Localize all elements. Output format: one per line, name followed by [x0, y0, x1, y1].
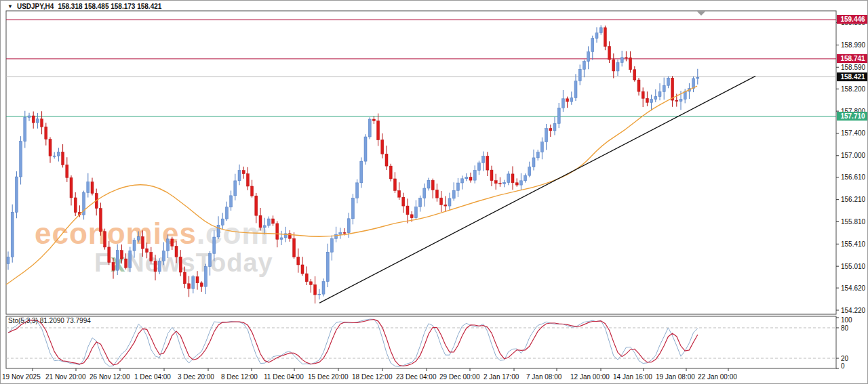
time-axis-label: 12 Jan 00:00: [570, 373, 610, 381]
time-axis-label: 29 Dec 00:00: [439, 373, 480, 381]
price-axis-label: 156.610: [841, 173, 866, 181]
price-axis-label: 158.590: [841, 64, 866, 71]
price-axis-label: 154.620: [841, 284, 866, 292]
time-axis-label: 3 Dec 20:00: [178, 373, 214, 381]
price-axis-label: 155.010: [841, 263, 866, 270]
price-axis-label: 156.210: [841, 196, 866, 203]
price-tag-support: 157.710: [837, 112, 868, 121]
symbol-timeframe-label: USDJPY,H4: [17, 3, 54, 10]
time-axis-label: 21 Nov 20:00: [45, 373, 86, 381]
stochastic-axis-label: 0: [841, 362, 845, 370]
chart-canvas[interactable]: 159.390158.990158.590158.200157.800157.4…: [1, 1, 868, 384]
chart-title-bar: ▼ USDJPY,H4 158.318 158.485 158.173 158.…: [7, 2, 161, 11]
stochastic-indicator-label: Sto(5,3,3) 81.2090 73.7994: [8, 317, 91, 324]
price-tag-resistance-lower: 158.741: [837, 54, 868, 63]
time-axis-label: 23 Dec 04:00: [396, 373, 437, 381]
time-axis-label: 19 Jan 08:00: [656, 373, 695, 381]
stochastic-axis-label: 20: [841, 355, 849, 362]
stochastic-axis: 10080200: [836, 316, 852, 370]
time-axis-label: 15 Dec 20:00: [308, 373, 349, 381]
ascending-trendline[interactable]: [319, 76, 755, 303]
price-tag-current-price: 158.421: [837, 72, 868, 81]
chart-window: economies.com FxNewsToday 159.390158.990…: [0, 0, 868, 384]
time-axis-label: 26 Nov 12:00: [90, 373, 130, 381]
price-axis-label: 155.810: [841, 218, 866, 226]
stochastic-layer: [6, 319, 836, 366]
price-axis-label: 158.990: [841, 41, 866, 49]
price-axis-label: 155.410: [841, 240, 866, 248]
time-axis-label: 8 Dec 12:00: [221, 373, 258, 381]
symbol-dropdown-icon[interactable]: ▼: [7, 3, 13, 9]
price-axis-label: 154.220: [841, 307, 866, 314]
main-chart-layer: [6, 20, 836, 303]
price-axis-label: 158.200: [841, 85, 866, 93]
chart-shift-marker-icon[interactable]: [697, 12, 705, 16]
time-axis-label: 11 Dec 04:00: [264, 373, 304, 381]
time-axis-label: 7 Jan 08:00: [526, 373, 562, 381]
time-axis-label: 14 Jan 16:00: [613, 373, 652, 381]
stochastic-d-line[interactable]: [8, 320, 698, 366]
time-axis-label: 1 Dec 04:00: [134, 373, 171, 381]
ohlc-readout: 158.318 158.485 158.173 158.421: [58, 3, 161, 10]
time-axis-label: 22 Jan 00:00: [698, 373, 737, 381]
candles-layer: [7, 25, 699, 303]
time-axis-label: 18 Dec 12:00: [352, 373, 393, 381]
time-axis: 19 Nov 202521 Nov 20:0026 Nov 12:001 Dec…: [2, 368, 737, 381]
stochastic-axis-label: 80: [841, 324, 849, 332]
price-tag-resistance-upper: 159.446: [837, 15, 868, 24]
price-axis: 159.390158.990158.590158.200157.800157.4…: [836, 19, 866, 314]
price-axis-label: 157.000: [841, 152, 866, 159]
price-axis-label: 157.400: [841, 129, 866, 137]
time-axis-label: 19 Nov 2025: [2, 373, 41, 381]
stochastic-axis-label: 100: [841, 316, 852, 324]
stochastic-k-line[interactable]: [8, 319, 698, 366]
time-axis-label: 2 Jan 17:00: [484, 373, 519, 381]
main-panel-frame: [6, 11, 836, 314]
